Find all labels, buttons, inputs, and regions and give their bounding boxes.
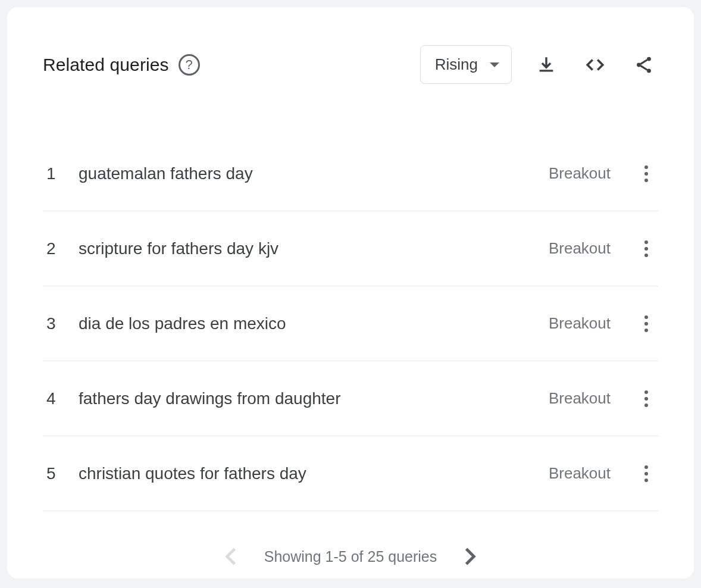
query-rank: 1	[43, 164, 62, 183]
more-vert-icon	[644, 390, 649, 408]
query-metric: Breakout	[549, 314, 611, 333]
row-more-button[interactable]	[634, 237, 658, 261]
svg-point-6	[644, 240, 648, 244]
row-more-button[interactable]	[634, 162, 658, 186]
query-rank: 5	[43, 464, 62, 483]
chevron-down-icon	[490, 62, 499, 67]
queries-list: 1 guatemalan fathers day Breakout 2 scri…	[43, 136, 658, 511]
svg-point-12	[644, 390, 648, 394]
query-text: christian quotes for fathers day	[79, 464, 532, 483]
svg-point-9	[644, 315, 648, 319]
card-title: Related queries	[43, 55, 169, 75]
more-vert-icon	[644, 240, 649, 258]
row-more-button[interactable]	[634, 387, 658, 411]
query-metric: Breakout	[549, 239, 611, 258]
query-rank: 3	[43, 314, 62, 333]
svg-point-8	[644, 254, 648, 257]
card-header: Related queries ? Rising	[43, 45, 658, 84]
sort-dropdown-label: Rising	[435, 55, 478, 74]
query-text: dia de los padres en mexico	[79, 314, 532, 333]
query-text: fathers day drawings from daughter	[79, 389, 532, 408]
svg-point-15	[644, 465, 648, 469]
svg-point-5	[644, 179, 648, 182]
code-icon	[585, 55, 605, 75]
chevron-right-icon	[464, 547, 476, 566]
query-row[interactable]: 2 scripture for fathers day kjv Breakout	[43, 211, 658, 286]
chevron-left-icon	[225, 547, 237, 566]
query-metric: Breakout	[549, 389, 611, 408]
download-icon	[536, 55, 556, 75]
query-row[interactable]: 1 guatemalan fathers day Breakout	[43, 136, 658, 211]
pager: Showing 1-5 of 25 queries	[43, 545, 658, 568]
more-vert-icon	[644, 165, 649, 183]
svg-point-3	[644, 165, 648, 169]
sort-dropdown[interactable]: Rising	[420, 45, 512, 84]
svg-point-14	[644, 404, 648, 407]
query-text: guatemalan fathers day	[79, 164, 532, 183]
query-row[interactable]: 5 christian quotes for fathers day Break…	[43, 436, 658, 511]
pager-prev-button[interactable]	[219, 545, 243, 568]
query-metric: Breakout	[549, 464, 611, 483]
svg-point-16	[644, 472, 648, 476]
svg-point-7	[644, 247, 648, 251]
share-button[interactable]	[630, 51, 658, 79]
svg-point-4	[644, 172, 648, 176]
query-rank: 4	[43, 389, 62, 408]
svg-point-13	[644, 397, 648, 401]
row-more-button[interactable]	[634, 312, 658, 336]
embed-button[interactable]	[581, 51, 609, 79]
help-icon[interactable]: ?	[179, 54, 200, 76]
query-rank: 2	[43, 239, 62, 258]
query-row[interactable]: 3 dia de los padres en mexico Breakout	[43, 286, 658, 361]
more-vert-icon	[644, 315, 649, 333]
share-icon	[634, 55, 654, 75]
svg-point-11	[644, 329, 648, 332]
svg-point-17	[644, 478, 648, 482]
row-more-button[interactable]	[634, 462, 658, 486]
download-button[interactable]	[532, 51, 561, 79]
query-metric: Breakout	[549, 164, 611, 183]
more-vert-icon	[644, 465, 649, 483]
query-row[interactable]: 4 fathers day drawings from daughter Bre…	[43, 361, 658, 436]
pager-label: Showing 1-5 of 25 queries	[264, 548, 437, 565]
svg-point-10	[644, 322, 648, 326]
pager-next-button[interactable]	[458, 545, 482, 568]
query-text: scripture for fathers day kjv	[79, 239, 532, 258]
related-queries-card: Related queries ? Rising	[7, 7, 694, 578]
